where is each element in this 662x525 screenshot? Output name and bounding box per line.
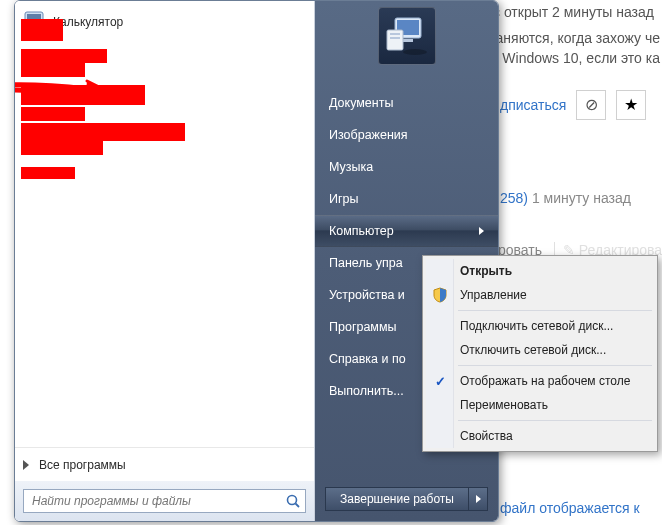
all-programs[interactable]: Все программы bbox=[15, 447, 314, 481]
cm-open[interactable]: Открыть bbox=[426, 259, 654, 283]
shield-icon bbox=[432, 287, 448, 303]
search-box[interactable] bbox=[23, 489, 306, 513]
svg-rect-23 bbox=[390, 37, 400, 39]
triangle-right-icon bbox=[23, 460, 29, 470]
cm-map-drive[interactable]: Подключить сетевой диск... bbox=[426, 314, 654, 338]
svg-rect-7 bbox=[37, 26, 40, 29]
svg-rect-9 bbox=[23, 51, 105, 61]
svg-rect-3 bbox=[32, 21, 35, 24]
search-row bbox=[15, 481, 314, 521]
submenu-arrow-icon bbox=[479, 227, 484, 235]
link-music[interactable]: Музыка bbox=[315, 151, 498, 183]
cm-show-desktop[interactable]: ✓ Отображать на рабочем столе bbox=[426, 369, 654, 393]
cm-rename[interactable]: Переименовать bbox=[426, 393, 654, 417]
svg-rect-15 bbox=[23, 169, 73, 177]
block-button[interactable]: ⊘ bbox=[576, 90, 606, 120]
cm-manage[interactable]: Управление bbox=[426, 283, 654, 307]
separator bbox=[458, 365, 652, 366]
computer-icon bbox=[378, 7, 436, 65]
subscribe-link[interactable]: дписаться bbox=[500, 97, 566, 113]
svg-rect-13 bbox=[23, 125, 183, 139]
programs-list: Калькулятор bbox=[15, 1, 314, 447]
svg-rect-1 bbox=[27, 14, 41, 19]
svg-point-24 bbox=[403, 49, 427, 55]
cm-unmap-drive[interactable]: Отключить сетевой диск... bbox=[426, 338, 654, 362]
answer-time: 1 минуту назад bbox=[532, 190, 631, 206]
link-pictures[interactable]: Изображения bbox=[315, 119, 498, 151]
shutdown-button[interactable]: Завершение работы bbox=[325, 487, 468, 511]
svg-rect-2 bbox=[27, 21, 30, 24]
svg-rect-4 bbox=[37, 21, 40, 24]
shutdown-row: Завершение работы bbox=[315, 479, 498, 521]
link-games[interactable]: Игры bbox=[315, 183, 498, 215]
svg-rect-20 bbox=[403, 39, 413, 42]
triangle-right-icon bbox=[476, 495, 481, 503]
shutdown-options-arrow[interactable] bbox=[468, 487, 488, 511]
start-menu-left-pane: Калькулятор Все программы bbox=[15, 1, 315, 521]
user-picture-area bbox=[315, 1, 498, 87]
bg-text-1: аняются, когда захожу че bbox=[496, 30, 660, 46]
program-label: Калькулятор bbox=[53, 15, 123, 29]
svg-rect-12 bbox=[23, 109, 83, 119]
svg-rect-22 bbox=[390, 33, 400, 35]
svg-rect-10 bbox=[23, 65, 83, 75]
svg-point-16 bbox=[288, 496, 297, 505]
svg-rect-14 bbox=[23, 143, 101, 153]
separator bbox=[458, 420, 652, 421]
link-computer[interactable]: Компьютер bbox=[315, 215, 498, 247]
program-item-calculator[interactable]: Калькулятор bbox=[19, 7, 310, 37]
user-rep[interactable]: 258) bbox=[500, 190, 528, 206]
search-icon bbox=[285, 493, 301, 509]
cm-properties[interactable]: Свойства bbox=[426, 424, 654, 448]
context-menu: Открыть Управление Подключить сетевой ди… bbox=[422, 255, 658, 452]
svg-rect-11 bbox=[23, 87, 143, 103]
link-documents[interactable]: Документы bbox=[315, 87, 498, 119]
separator bbox=[458, 310, 652, 311]
bg-question-meta: ос открыт 2 минуты назад bbox=[485, 4, 654, 20]
search-input[interactable] bbox=[30, 493, 285, 509]
calculator-icon bbox=[23, 11, 45, 33]
redaction-scribble-left bbox=[15, 17, 313, 217]
svg-rect-6 bbox=[32, 26, 35, 29]
all-programs-label: Все программы bbox=[39, 458, 126, 472]
svg-line-17 bbox=[296, 504, 300, 508]
check-icon: ✓ bbox=[432, 373, 448, 389]
bg-below: файл отображается к bbox=[500, 500, 640, 516]
bg-text-2: Windows 10, если это ка bbox=[502, 50, 660, 66]
star-button[interactable]: ★ bbox=[616, 90, 646, 120]
shutdown-split-button[interactable]: Завершение работы bbox=[325, 487, 488, 511]
svg-rect-5 bbox=[27, 26, 30, 29]
